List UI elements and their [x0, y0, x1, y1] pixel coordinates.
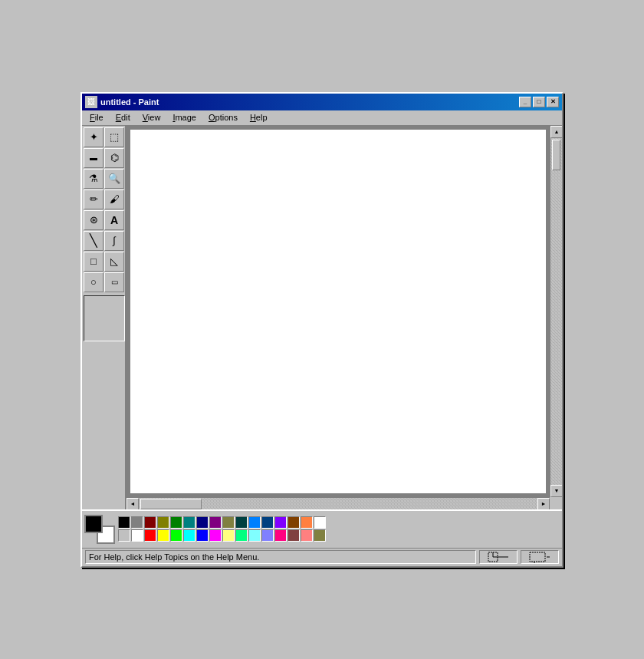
menu-file[interactable]: File: [85, 112, 108, 123]
tool-line[interactable]: ╲: [84, 231, 104, 251]
color-magenta[interactable]: [209, 529, 222, 542]
color-row-2: [118, 529, 326, 542]
color-white2[interactable]: [131, 529, 143, 542]
menu-image[interactable]: Image: [168, 112, 201, 123]
menu-edit[interactable]: Edit: [111, 112, 135, 123]
tool-text[interactable]: A: [104, 210, 124, 230]
menu-help[interactable]: Help: [245, 112, 272, 123]
canvas-wrapper: ▲ ▼ ◄ ►: [127, 126, 562, 509]
tool-polygon[interactable]: ◺: [104, 252, 124, 272]
tool-curve[interactable]: ∫: [104, 231, 124, 251]
status-coordinates: [479, 550, 518, 564]
size-icon: [528, 551, 551, 563]
color-palette: [118, 516, 326, 542]
color-olive[interactable]: [157, 516, 169, 529]
color-dark-yellow[interactable]: [314, 529, 326, 542]
scrollbar-corner: [550, 497, 562, 509]
tool-fill[interactable]: ⌬: [104, 148, 124, 168]
title-bar-left: 🖼 untitled - Paint: [85, 96, 159, 108]
minimize-button[interactable]: _: [519, 97, 531, 107]
color-dark-teal[interactable]: [235, 516, 248, 529]
tool-pencil[interactable]: ✏: [84, 189, 104, 209]
color-purple[interactable]: [209, 516, 222, 529]
paint-window: 🖼 untitled - Paint _ □ ✕ File Edit View …: [80, 92, 564, 568]
tool-eyedropper[interactable]: ⚗: [84, 169, 104, 189]
status-help-text: For Help, click Help Topics on the Help …: [85, 550, 476, 564]
status-size: [521, 550, 559, 564]
canvas-content: [127, 126, 550, 497]
color-silver[interactable]: [118, 529, 130, 542]
canvas-scroll-area: ▲ ▼: [127, 126, 562, 497]
tool-brush[interactable]: 🖌: [104, 189, 124, 209]
svg-rect-3: [530, 552, 545, 562]
color-dark-red[interactable]: [144, 516, 156, 529]
color-white[interactable]: [314, 516, 326, 529]
tool-eraser[interactable]: ▬: [84, 148, 104, 168]
coords-icon: [487, 551, 510, 563]
color-hot-pink[interactable]: [274, 529, 287, 542]
color-teal[interactable]: [183, 516, 196, 529]
menu-bar: File Edit View Image Options Help: [82, 110, 562, 126]
current-colors: [84, 515, 115, 544]
color-row-1: [118, 516, 326, 529]
scroll-v-track[interactable]: [550, 138, 562, 485]
main-area: ✦ ⬚ ▬ ⌬ ⚗ 🔍 ✏ 🖌 ⊛ A ╲ ∫ □ ◺ ○ ▭: [82, 126, 562, 509]
status-bar: For Help, click Help Topics on the Help …: [82, 548, 562, 566]
menu-view[interactable]: View: [138, 112, 166, 123]
color-olive-light[interactable]: [222, 516, 235, 529]
scrollbar-vertical: ▲ ▼: [550, 126, 562, 497]
color-dark-navy[interactable]: [196, 516, 209, 529]
menu-options[interactable]: Options: [204, 112, 242, 123]
color-light-pink[interactable]: [301, 529, 313, 542]
color-steel-blue[interactable]: [261, 516, 274, 529]
color-black[interactable]: [118, 516, 130, 529]
tool-ellipse[interactable]: ○: [84, 272, 104, 292]
color-dark-green[interactable]: [170, 516, 182, 529]
scroll-h-thumb[interactable]: [140, 499, 202, 509]
color-brown[interactable]: [288, 516, 300, 529]
tool-select-free[interactable]: ✦: [84, 127, 104, 147]
tool-select-rect[interactable]: ⬚: [104, 127, 124, 147]
color-light-cyan[interactable]: [248, 529, 261, 542]
color-gray[interactable]: [131, 516, 143, 529]
color-light-blue[interactable]: [261, 529, 274, 542]
h-scroll-row: ◄ ►: [127, 497, 562, 509]
color-violet[interactable]: [274, 516, 287, 529]
tool-rect[interactable]: □: [84, 252, 104, 272]
color-sky-blue[interactable]: [248, 516, 261, 529]
color-mint[interactable]: [235, 529, 248, 542]
color-palette-bar: [82, 509, 562, 548]
scroll-right-button[interactable]: ►: [537, 498, 550, 509]
tool-magnifier[interactable]: 🔍: [104, 169, 124, 189]
title-bar: 🖼 untitled - Paint _ □ ✕: [82, 94, 562, 110]
color-yellow[interactable]: [157, 529, 169, 542]
scrollbar-horizontal: ◄ ►: [127, 497, 550, 509]
title-buttons: _ □ ✕: [519, 97, 559, 107]
color-cyan[interactable]: [183, 529, 196, 542]
paint-canvas[interactable]: [130, 129, 547, 494]
scroll-up-button[interactable]: ▲: [550, 126, 562, 138]
color-peach[interactable]: [301, 516, 313, 529]
tool-airbrush[interactable]: ⊛: [84, 210, 104, 230]
window-title: untitled - Paint: [100, 97, 159, 107]
scroll-down-button[interactable]: ▼: [550, 485, 562, 497]
close-button[interactable]: ✕: [547, 97, 559, 107]
color-blue[interactable]: [196, 529, 209, 542]
color-rose[interactable]: [288, 529, 300, 542]
toolbox: ✦ ⬚ ▬ ⌬ ⚗ 🔍 ✏ 🖌 ⊛ A ╲ ∫ □ ◺ ○ ▭: [82, 126, 127, 509]
foreground-color-box[interactable]: [84, 515, 103, 533]
color-lime[interactable]: [170, 529, 182, 542]
scroll-left-button[interactable]: ◄: [127, 498, 139, 509]
maximize-button[interactable]: □: [533, 97, 545, 107]
scroll-h-track[interactable]: [139, 498, 537, 509]
color-light-yellow[interactable]: [222, 529, 235, 542]
tool-rounded-rect[interactable]: ▭: [104, 272, 124, 292]
scroll-v-thumb[interactable]: [552, 140, 560, 170]
color-red[interactable]: [144, 529, 156, 542]
tool-options: [84, 295, 125, 341]
tool-grid: ✦ ⬚ ▬ ⌬ ⚗ 🔍 ✏ 🖌 ⊛ A ╲ ∫ □ ◺ ○ ▭: [84, 127, 123, 292]
app-icon: 🖼: [85, 96, 97, 108]
